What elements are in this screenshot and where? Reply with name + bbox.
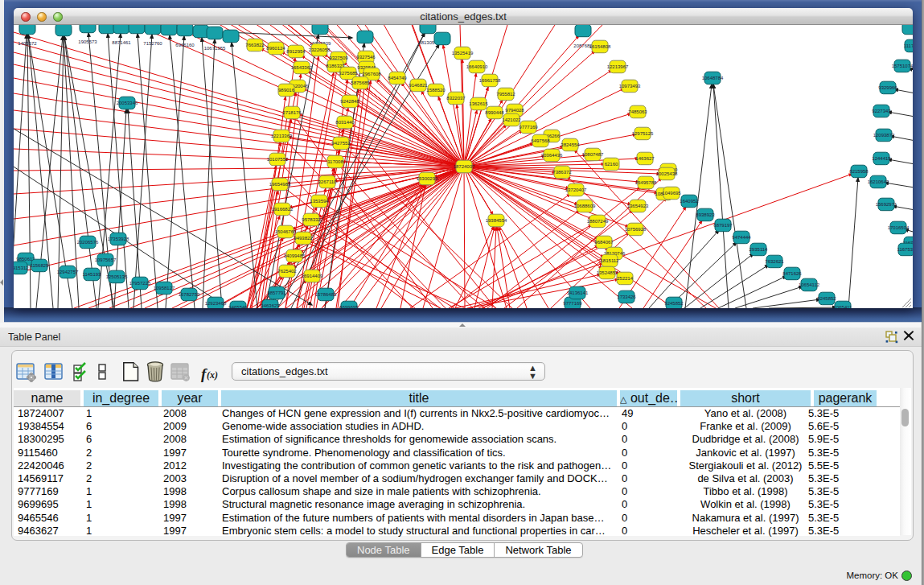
svg-text:9578332: 9578332 — [302, 217, 321, 222]
svg-text:1353594: 1353594 — [310, 199, 329, 204]
svg-text:9463627: 9463627 — [261, 303, 280, 308]
svg-text:19654983: 19654983 — [269, 182, 291, 187]
svg-text:9699695: 9699695 — [339, 305, 359, 308]
svg-text:9146821: 9146821 — [409, 83, 428, 88]
svg-text:10973493: 10973493 — [619, 84, 641, 89]
svg-text:3824554: 3824554 — [561, 142, 580, 147]
svg-text:13524851: 13524851 — [597, 270, 618, 275]
svg-text:16210643: 16210643 — [868, 179, 889, 184]
svg-text:9329966: 9329966 — [878, 85, 897, 90]
svg-text:8322037: 8322037 — [446, 96, 466, 101]
svg-text:12923468: 12923468 — [205, 301, 227, 306]
svg-text:1421022: 1421022 — [502, 117, 521, 122]
svg-text:18724007: 18724007 — [454, 164, 475, 169]
svg-text:1065411: 1065411 — [834, 305, 853, 308]
svg-text:6497568: 6497568 — [531, 138, 550, 143]
svg-text:10807487: 10807487 — [582, 152, 604, 157]
svg-text:9493822: 9493822 — [294, 236, 313, 241]
svg-text:2935114: 2935114 — [749, 247, 769, 252]
svg-text:6966160: 6966160 — [175, 43, 195, 47]
svg-text:1733426: 1733426 — [617, 295, 636, 299]
svg-text:20206576: 20206576 — [77, 240, 99, 245]
svg-text:1815112: 1815112 — [601, 258, 620, 263]
svg-text:10975657: 10975657 — [95, 257, 117, 262]
svg-text:1145193: 1145193 — [83, 272, 102, 277]
svg-text:9242848: 9242848 — [340, 99, 359, 104]
svg-text:7152760: 7152760 — [143, 41, 162, 46]
svg-text:15692971: 15692971 — [876, 202, 897, 207]
svg-text:7485063: 7485063 — [628, 109, 647, 114]
svg-text:15300293: 15300293 — [417, 176, 438, 181]
svg-text:117008: 117008 — [327, 159, 343, 164]
svg-text:20053346: 20053346 — [117, 101, 138, 105]
svg-text:1463627: 1463627 — [635, 156, 655, 161]
svg-text:9465546: 9465546 — [228, 305, 248, 308]
svg-text:16914409: 16914409 — [302, 274, 323, 278]
svg-text:9857791: 9857791 — [267, 290, 286, 295]
svg-text:8990448: 8990448 — [485, 110, 504, 115]
svg-text:16961758: 16961758 — [479, 78, 501, 83]
svg-text:10756928: 10756928 — [625, 227, 647, 232]
svg-text:15046766: 15046766 — [275, 229, 297, 234]
svg-text:12975125: 12975125 — [632, 131, 654, 136]
svg-text:9794028: 9794028 — [505, 108, 524, 113]
svg-text:19166822: 19166822 — [272, 207, 294, 212]
svg-text:7632621: 7632621 — [765, 259, 784, 264]
svg-text:17016504: 17016504 — [888, 225, 910, 230]
svg-text:3267110: 3267110 — [318, 179, 338, 184]
svg-text:9427552: 9427552 — [331, 141, 351, 146]
svg-text:12213967: 12213967 — [607, 64, 629, 69]
svg-text:13654923: 13654923 — [627, 204, 649, 208]
svg-text:9227343: 9227343 — [872, 109, 891, 113]
svg-text:8471626: 8471626 — [782, 271, 802, 276]
svg-text:1117532: 1117532 — [904, 43, 913, 48]
svg-text:12213363: 12213363 — [271, 134, 293, 138]
svg-text:15751074: 15751074 — [892, 64, 913, 68]
svg-text:9684067: 9684067 — [594, 240, 614, 245]
svg-text:1156829: 1156829 — [31, 263, 50, 268]
svg-text:19384554: 19384554 — [486, 218, 507, 223]
svg-text:7663822: 7663822 — [245, 43, 265, 47]
svg-text:9474444: 9474444 — [732, 235, 751, 240]
svg-text:13525419: 13525419 — [452, 51, 474, 56]
svg-text:8960124: 8960124 — [266, 46, 285, 51]
svg-text:14136141: 14136141 — [567, 290, 589, 295]
svg-text:14099485: 14099485 — [284, 253, 306, 258]
svg-text:2718176: 2718176 — [282, 110, 302, 115]
svg-text:989016: 989016 — [278, 88, 295, 93]
svg-text:16640910: 16640910 — [466, 64, 488, 69]
svg-text:16782759: 16782759 — [179, 292, 200, 297]
svg-text:8031440: 8031440 — [335, 120, 355, 125]
svg-text:16154808: 16154808 — [589, 44, 611, 49]
svg-text:7955812: 7955812 — [496, 92, 515, 97]
svg-text:1362615: 1362615 — [469, 101, 488, 106]
svg-text:12942757: 12942757 — [57, 270, 79, 274]
svg-text:2967608: 2967608 — [362, 72, 381, 76]
svg-text:9777169: 9777169 — [563, 301, 582, 306]
svg-text:10107550: 10107550 — [267, 157, 289, 162]
svg-text:15495788: 15495788 — [635, 180, 657, 185]
svg-text:10648784: 10648784 — [702, 76, 724, 80]
svg-text:1049695: 1049695 — [662, 191, 681, 196]
svg-text:23226058: 23226058 — [309, 47, 331, 52]
svg-text:1167533: 1167533 — [897, 247, 913, 252]
svg-text:10654112: 10654112 — [799, 282, 820, 287]
svg-text:1588520: 1588520 — [426, 88, 446, 93]
svg-text:3915312: 3915312 — [14, 266, 29, 270]
svg-text:10958127: 10958127 — [154, 286, 175, 290]
svg-text:5875685: 5875685 — [351, 80, 370, 85]
svg-text:62160: 62160 — [605, 162, 618, 167]
svg-text:10671355: 10671355 — [204, 46, 226, 51]
svg-text:10025438: 10025438 — [656, 171, 678, 176]
svg-text:8938923: 8938923 — [696, 212, 715, 217]
svg-text:7386372: 7386372 — [552, 170, 572, 175]
svg-text:9327546: 9327546 — [356, 55, 376, 60]
svg-text:3275685: 3275685 — [339, 71, 358, 76]
svg-text:(x): (x) — [207, 369, 218, 381]
svg-text:8454749: 8454749 — [388, 76, 407, 80]
svg-text:8215958: 8215958 — [849, 169, 869, 174]
svg-text:1405572: 1405572 — [18, 41, 37, 46]
svg-text:13720407: 13720407 — [565, 187, 587, 192]
svg-text:18807249: 18807249 — [587, 219, 609, 224]
svg-text:252214: 252214 — [617, 276, 634, 281]
